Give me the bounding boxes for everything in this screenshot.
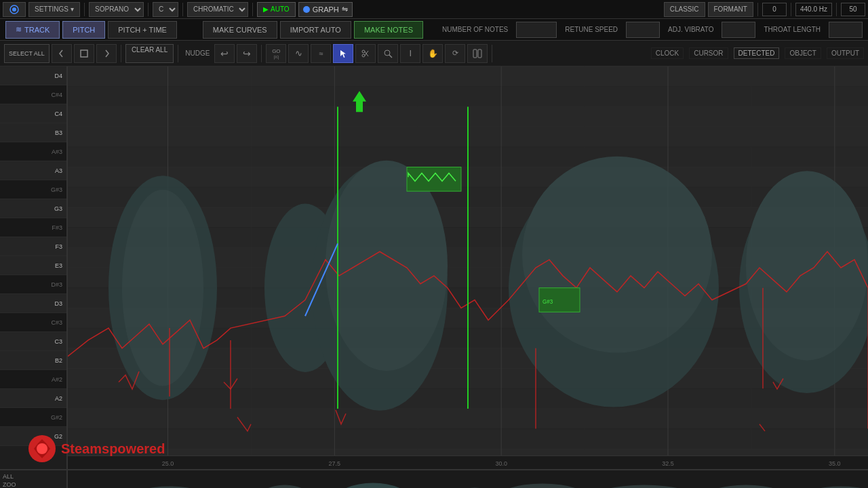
adj-vibrato-knob[interactable] <box>722 22 755 38</box>
bottom-track-area[interactable] <box>68 470 868 488</box>
throat-length-knob[interactable] <box>829 22 863 38</box>
nudge-label: NUDGE <box>182 49 212 57</box>
piano-key-d3[interactable]: D3 <box>0 294 66 313</box>
logo-button[interactable] <box>3 2 26 17</box>
pitch-time-button[interactable]: PITCH + TIME <box>108 21 177 39</box>
main-area: D4C#4C4B3A#3A3G#3G3F#3F3E3D#3D3C#3C3B2A#… <box>0 66 868 469</box>
clock-item[interactable]: CLOCK <box>651 47 684 59</box>
zoom-icon <box>383 49 393 58</box>
go-tool[interactable]: GO pq <box>266 44 286 63</box>
cut-tool[interactable] <box>355 44 376 63</box>
import-auto-button[interactable]: IMPORT AUTO <box>280 21 351 39</box>
clear-all-label: CLEAR ALL <box>132 46 167 54</box>
classic-label: CLASSIC <box>670 5 699 13</box>
piano-key-gs2[interactable]: G#2 <box>0 408 66 427</box>
pitch-button[interactable]: PITCH <box>62 21 105 39</box>
piano-key-f3[interactable]: F3 <box>0 237 66 256</box>
voice-select[interactable]: SOPRANO ALTO TENOR BASS <box>89 2 144 17</box>
move-left-tool[interactable] <box>52 44 72 63</box>
graph-toggle[interactable]: GRAPH ⇋ <box>298 2 353 17</box>
make-notes-button[interactable]: MAKE NOTES <box>354 21 423 39</box>
freq-value: 440.0 Hz <box>800 5 827 13</box>
select-tool[interactable] <box>74 44 94 63</box>
piano-key-e3[interactable]: E3 <box>0 256 66 275</box>
settings-button[interactable]: SETTINGS ▾ <box>28 2 80 17</box>
piano-key-as2[interactable]: A#2 <box>0 370 66 389</box>
piano-key-cs4[interactable]: C#4 <box>0 85 66 104</box>
piano-key-a3[interactable]: A3 <box>0 161 66 180</box>
object-item[interactable]: OBJECT <box>785 47 821 59</box>
svg-point-4 <box>362 54 365 57</box>
rotate-tool[interactable]: ⟳ <box>445 44 465 63</box>
svg-line-6 <box>389 55 392 58</box>
formant-button[interactable]: FORMANT <box>708 2 753 17</box>
piano-key-c4[interactable]: C4 <box>0 104 66 123</box>
all-label: ALL <box>3 473 14 480</box>
piano-key-c3[interactable]: C3 <box>0 332 66 351</box>
play-icon: ▶ <box>263 5 269 13</box>
wave2-tool[interactable]: ≈ <box>311 44 331 63</box>
svg-rect-65 <box>407 167 461 192</box>
piano-key-b3[interactable]: B3 <box>0 123 66 142</box>
piano-key-as3[interactable]: A#3 <box>0 142 66 161</box>
divider-7 <box>836 3 837 16</box>
waveform-svg: G#3 <box>68 66 868 469</box>
svg-point-52 <box>326 161 448 371</box>
svg-point-1 <box>12 7 16 12</box>
waveform-area[interactable]: G#3 25.027.530.032.535.0 <box>68 66 868 469</box>
make-notes-label: MAKE NOTES <box>364 26 413 34</box>
svg-rect-2 <box>81 50 87 57</box>
detected-item[interactable]: DETECTED <box>734 47 780 59</box>
piano-key-b2[interactable]: B2 <box>0 351 66 370</box>
time-mark-27.5: 27.5 <box>329 460 341 467</box>
track-button[interactable]: ≋ TRACK <box>5 21 60 39</box>
retune-speed-knob[interactable] <box>626 22 660 38</box>
redo-tool[interactable]: ↪ <box>237 44 257 63</box>
svg-point-3 <box>362 50 365 53</box>
svg-rect-17 <box>68 87 868 107</box>
key-select[interactable]: CDEFG <box>153 2 178 17</box>
snap-icon <box>473 49 482 58</box>
piano-key-cs3[interactable]: C#3 <box>0 313 66 332</box>
adj-vibrato-label: ADJ. VIBRATO <box>668 26 713 33</box>
tb-divider2 <box>178 45 178 62</box>
transport-button[interactable]: ▶ AUTO <box>257 2 296 17</box>
snap-tool[interactable] <box>467 44 488 63</box>
toolbar: SELECT ALL CLEAR ALL NUDGE ↩ ↪ GO pq ∿ ≈… <box>0 41 868 66</box>
throat-length-label: THROAT LENGTH <box>764 26 821 33</box>
svg-rect-8 <box>478 49 481 58</box>
select-all-label: SELECT ALL <box>9 50 45 57</box>
wave-tool[interactable]: ∿ <box>288 44 309 63</box>
classic-button[interactable]: CLASSIC <box>664 2 705 17</box>
hand-tool[interactable]: ✋ <box>422 44 443 63</box>
piano-key-g3[interactable]: G3 <box>0 199 66 218</box>
undo-tool[interactable]: ↩ <box>214 44 235 63</box>
clear-all-button[interactable]: CLEAR ALL <box>125 44 174 63</box>
zoom-label: ZOO <box>3 481 16 488</box>
piano-key-d4[interactable]: D4 <box>0 66 66 85</box>
right-tool[interactable] <box>96 44 117 63</box>
graph-arrow-icon: ⇋ <box>342 5 348 14</box>
divider-6 <box>791 3 791 16</box>
cursor-item[interactable]: CURSOR <box>689 47 728 59</box>
cursor-tool[interactable] <box>333 44 353 63</box>
piano-key-ds3[interactable]: D#3 <box>0 275 66 294</box>
mode-right: NUMBER OF NOTES RETUNE SPEED ADJ. VIBRAT… <box>442 22 863 38</box>
pitch-label: PITCH <box>73 26 95 34</box>
piano-key-g2[interactable]: G2 <box>0 427 66 446</box>
piano-key-fs3[interactable]: F#3 <box>0 218 66 237</box>
detected-label: DETECTED <box>738 49 775 57</box>
piano-key-gs3[interactable]: G#3 <box>0 180 66 199</box>
zoom-tool[interactable] <box>378 44 398 63</box>
clock-section: CLOCK CURSOR DETECTED OBJECT OUTPUT <box>651 47 864 59</box>
num-input[interactable]: 50 <box>841 3 865 16</box>
num-notes-knob[interactable] <box>516 22 557 38</box>
scale-select[interactable]: CHROMATICMAJORMINOR <box>187 2 248 17</box>
piano-key-a2[interactable]: A2 <box>0 389 66 408</box>
text-tool[interactable]: I <box>400 44 420 63</box>
divider-1 <box>84 3 85 16</box>
output-item[interactable]: OUTPUT <box>827 47 864 59</box>
make-curves-button[interactable]: MAKE CURVES <box>203 21 277 39</box>
select-all-button[interactable]: SELECT ALL <box>4 44 50 63</box>
bpm-input[interactable]: 0 <box>762 3 787 16</box>
